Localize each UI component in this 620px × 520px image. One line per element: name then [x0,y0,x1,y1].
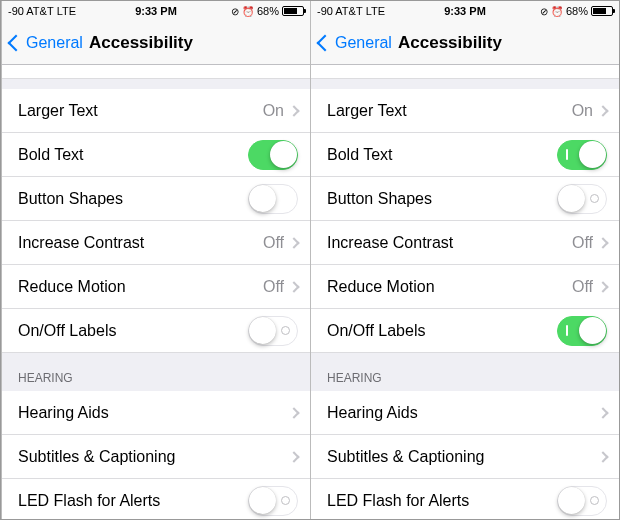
chevron-right-icon [288,281,299,292]
row-label: Button Shapes [327,190,557,208]
toggle-bold-text[interactable] [248,140,298,170]
row-label: Increase Contrast [327,234,572,252]
orientation-lock-icon [231,5,239,17]
list-item[interactable] [311,65,619,79]
chevron-right-icon [597,105,608,116]
phone-right: -90 AT&T LTE 9:33 PM 68% General Accessi… [310,1,619,519]
clock-text: 9:33 PM [444,5,486,17]
network-text: LTE [57,5,76,17]
row-label: LED Flash for Alerts [327,492,557,510]
toggle-onoff-labels[interactable] [557,316,607,346]
row-label: Larger Text [18,102,263,120]
settings-list[interactable]: Larger Text On Bold Text Button Shapes I… [2,65,310,519]
back-button[interactable]: General [319,34,392,52]
phone-left: -90 AT&T LTE 9:33 PM 68% General Accessi… [1,1,310,519]
list-item[interactable] [2,65,310,79]
row-button-shapes[interactable]: Button Shapes [2,177,310,221]
alarm-icon [242,5,254,17]
battery-icon [591,6,613,16]
page-title: Accessibility [89,33,193,53]
row-value: Off [263,234,284,252]
row-reduce-motion[interactable]: Reduce Motion Off [2,265,310,309]
row-button-shapes[interactable]: Button Shapes [311,177,619,221]
row-label: Hearing Aids [327,404,599,422]
toggle-bold-text[interactable] [557,140,607,170]
row-value: Off [572,234,593,252]
toggle-led-flash[interactable] [557,486,607,516]
network-text: LTE [366,5,385,17]
signal-text: -90 AT&T [317,5,363,17]
chevron-right-icon [597,237,608,248]
row-larger-text[interactable]: Larger Text On [2,89,310,133]
signal-text: -90 AT&T [8,5,54,17]
chevron-left-icon [8,34,25,51]
chevron-right-icon [597,451,608,462]
row-label: Hearing Aids [18,404,290,422]
chevron-right-icon [288,105,299,116]
row-label: Bold Text [18,146,248,164]
row-label: Button Shapes [18,190,248,208]
row-onoff-labels[interactable]: On/Off Labels [311,309,619,353]
row-led-flash[interactable]: LED Flash for Alerts [2,479,310,519]
settings-list[interactable]: Larger Text On Bold Text Button Shapes I… [311,65,619,519]
chevron-right-icon [597,407,608,418]
row-label: LED Flash for Alerts [18,492,248,510]
battery-pct: 68% [257,5,279,17]
battery-icon [282,6,304,16]
row-value: Off [263,278,284,296]
row-bold-text[interactable]: Bold Text [2,133,310,177]
row-reduce-motion[interactable]: Reduce Motion Off [311,265,619,309]
section-header-hearing: HEARING [2,353,310,391]
row-increase-contrast[interactable]: Increase Contrast Off [2,221,310,265]
battery-pct: 68% [566,5,588,17]
row-led-flash[interactable]: LED Flash for Alerts [311,479,619,519]
row-label: Subtitles & Captioning [18,448,290,466]
row-label: Reduce Motion [327,278,572,296]
clock-text: 9:33 PM [135,5,177,17]
row-value: Off [572,278,593,296]
row-label: Larger Text [327,102,572,120]
row-onoff-labels[interactable]: On/Off Labels [2,309,310,353]
row-subtitles-captioning[interactable]: Subtitles & Captioning [2,435,310,479]
chevron-left-icon [317,34,334,51]
chevron-right-icon [288,451,299,462]
alarm-icon [551,5,563,17]
row-subtitles-captioning[interactable]: Subtitles & Captioning [311,435,619,479]
row-label: On/Off Labels [327,322,557,340]
row-label: Reduce Motion [18,278,263,296]
row-increase-contrast[interactable]: Increase Contrast Off [311,221,619,265]
chevron-right-icon [288,407,299,418]
row-value: On [572,102,593,120]
back-button[interactable]: General [10,34,83,52]
row-label: Increase Contrast [18,234,263,252]
row-hearing-aids[interactable]: Hearing Aids [2,391,310,435]
row-value: On [263,102,284,120]
row-bold-text[interactable]: Bold Text [311,133,619,177]
row-label: On/Off Labels [18,322,248,340]
row-hearing-aids[interactable]: Hearing Aids [311,391,619,435]
toggle-button-shapes[interactable] [557,184,607,214]
status-bar: -90 AT&T LTE 9:33 PM 68% [311,1,619,21]
row-larger-text[interactable]: Larger Text On [311,89,619,133]
back-label: General [26,34,83,52]
row-label: Subtitles & Captioning [327,448,599,466]
row-label: Bold Text [327,146,557,164]
toggle-led-flash[interactable] [248,486,298,516]
orientation-lock-icon [540,5,548,17]
back-label: General [335,34,392,52]
status-bar: -90 AT&T LTE 9:33 PM 68% [2,1,310,21]
toggle-button-shapes[interactable] [248,184,298,214]
chevron-right-icon [597,281,608,292]
toggle-onoff-labels[interactable] [248,316,298,346]
nav-bar: General Accessibility [2,21,310,65]
nav-bar: General Accessibility [311,21,619,65]
page-title: Accessibility [398,33,502,53]
section-header-hearing: HEARING [311,353,619,391]
chevron-right-icon [288,237,299,248]
